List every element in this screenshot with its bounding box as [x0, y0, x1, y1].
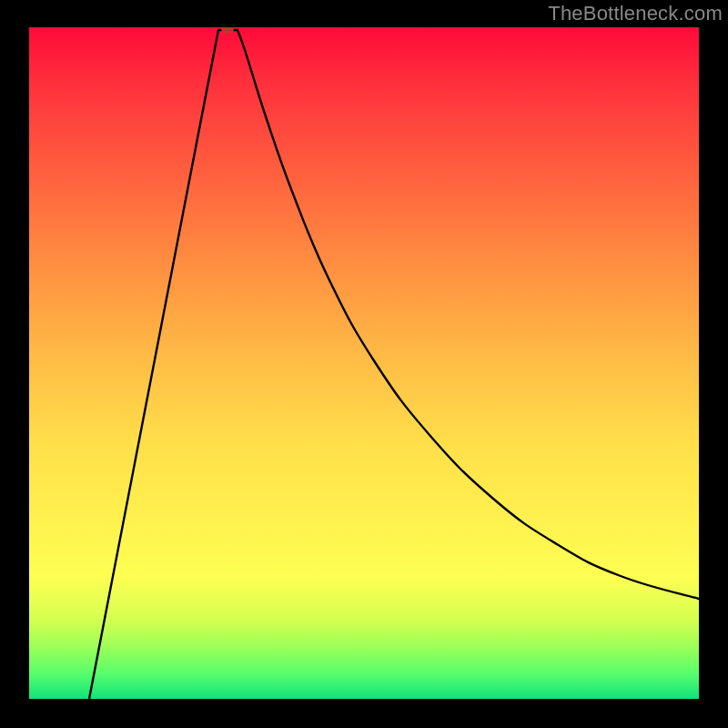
minimum-marker-dot — [221, 27, 234, 34]
bottleneck-curve-line — [89, 30, 699, 699]
chart-plot-area — [29, 27, 699, 699]
attribution-text: TheBottleneck.com — [548, 2, 723, 25]
chart-svg — [29, 27, 699, 699]
